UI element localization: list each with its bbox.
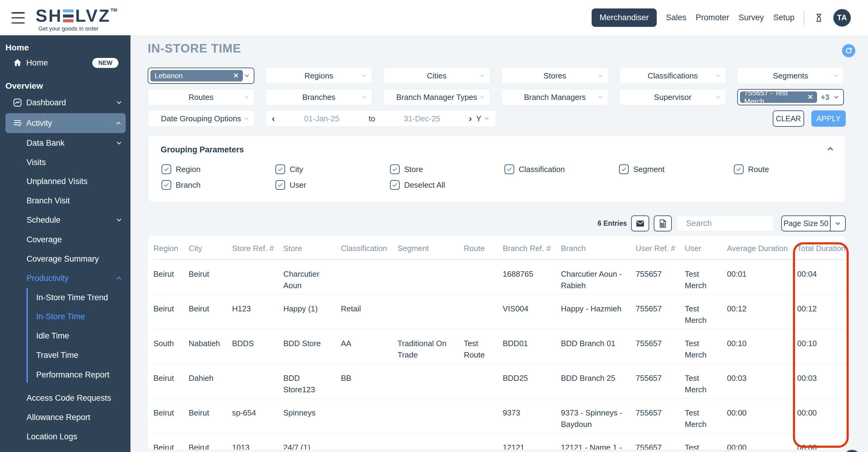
checkbox-city[interactable]: City (276, 165, 303, 174)
collapse-panel-button[interactable] (826, 144, 835, 153)
refresh-button[interactable] (842, 44, 855, 57)
filter-select-routes[interactable]: Routes (148, 89, 254, 105)
checkbox-box[interactable] (619, 165, 629, 174)
sidebar-item-visits[interactable]: Visits (0, 156, 130, 169)
column-header-city[interactable]: City (189, 236, 232, 259)
checkbox-classification[interactable]: Classification (504, 165, 565, 174)
column-header-segment[interactable]: Segment (398, 236, 464, 259)
sidebar-item-productivity[interactable]: Productivity (0, 272, 130, 285)
filter-select-branch-manager-types[interactable]: Branch Manager Types (383, 89, 490, 105)
sidebar-item-home[interactable]: HomeNEW (0, 56, 130, 69)
filter-select-branch-managers[interactable]: Branch Managers (501, 89, 608, 105)
date-mode-select[interactable]: Y (476, 114, 481, 123)
sidebar-item-travel-time[interactable]: Travel Time (0, 348, 130, 362)
sidebar-item-performance-report[interactable]: Performance Report (0, 368, 130, 382)
sidebar-item-data-bank[interactable]: Data Bank (0, 136, 130, 150)
column-header-user[interactable]: User (685, 236, 727, 259)
sidebar-item-schedule[interactable]: Schedule (0, 213, 130, 227)
top-nav: MerchandiserSalesPromoterSurveySetupTA (592, 0, 851, 35)
column-header-branch-ref[interactable]: Branch Ref. # (503, 236, 561, 259)
column-header-user-ref[interactable]: User Ref. # (636, 236, 685, 259)
checkbox-region[interactable]: Region (161, 165, 200, 174)
checkbox-box[interactable] (734, 165, 744, 174)
sidebar-item-unplanned-visits[interactable]: Unplanned Visits (0, 175, 130, 188)
nav-setup[interactable]: Setup (773, 13, 795, 22)
chip-close-icon[interactable]: ✕ (807, 93, 813, 101)
cell-total-duration: 00:10 (797, 329, 845, 364)
nav-survey[interactable]: Survey (738, 13, 764, 22)
column-header-classification[interactable]: Classification (341, 236, 398, 259)
filter-select-stores[interactable]: Stores (501, 67, 608, 84)
sidebar-item-access-code-requests[interactable]: Access Code Requests (0, 391, 130, 405)
sidebar-item-coverage-summary[interactable]: Coverage Summary (0, 252, 130, 265)
date-range-picker[interactable]: ‹ 01-Jan-25 to 31-Dec-25 › Y (266, 110, 496, 127)
column-header-route[interactable]: Route (464, 236, 503, 259)
more-chips-count[interactable]: +3 (821, 93, 830, 102)
filter-select-regions[interactable]: Regions (266, 67, 372, 84)
sidebar-item-location-logs[interactable]: Location Logs (0, 430, 130, 443)
filter-select-cities[interactable]: Cities (383, 67, 490, 84)
cell-segment: Traditional On Trade (398, 329, 464, 364)
filter-select-supervisor[interactable]: Supervisor (619, 89, 726, 105)
filter-multiselect-lebanon[interactable]: Lebanon✕ (148, 67, 254, 84)
cell-region: Beirut (153, 364, 189, 399)
chip-close-icon[interactable]: ✕ (233, 72, 239, 80)
clear-button[interactable]: CLEAR (773, 110, 804, 127)
filter-select-branches[interactable]: Branches (266, 89, 372, 105)
date-next-icon[interactable]: › (469, 114, 472, 123)
checkbox-box[interactable] (276, 165, 285, 174)
checkbox-branch[interactable]: Branch (161, 180, 200, 190)
filter-select-classifications[interactable]: Classifications (619, 67, 726, 84)
checkbox-user[interactable]: User (276, 180, 306, 190)
sidebar-item-idle-time[interactable]: Idle Time (0, 329, 130, 342)
sidebar-item-branch-visit[interactable]: Branch Visit (0, 194, 130, 207)
column-header-region[interactable]: Region (153, 236, 189, 259)
column-header-total-duration[interactable]: Total Duration (797, 236, 845, 259)
checkbox-box[interactable] (161, 165, 171, 174)
apply-button[interactable]: APPLY (811, 110, 846, 127)
table-header-row: RegionCityStore Ref. #StoreClassificatio… (153, 236, 845, 259)
checkbox-box[interactable] (390, 180, 400, 190)
filter-multiselect-755657-test-merch[interactable]: 755657 - Test Merch✕+3 (737, 89, 844, 105)
sidebar-item-label: Home (5, 43, 29, 53)
sidebar-item-coverage[interactable]: Coverage (0, 233, 130, 246)
checkbox-route[interactable]: Route (734, 165, 769, 174)
hourglass-icon[interactable] (814, 13, 824, 23)
column-header-branch[interactable]: Branch (561, 236, 636, 259)
excel-export-button[interactable] (654, 216, 672, 231)
column-header-store[interactable]: Store (283, 236, 341, 259)
checkbox-box[interactable] (504, 165, 514, 174)
date-to-value[interactable]: 31-Dec-25 (375, 114, 469, 123)
sidebar-item-in-store-time[interactable]: In-Store Time (0, 310, 130, 323)
sidebar-item-dashboard[interactable]: Dashboard (0, 96, 130, 109)
checkbox-label: Store (404, 165, 423, 174)
nav-sales[interactable]: Sales (666, 13, 687, 22)
cell-branch-ref: BDD01 (503, 329, 561, 364)
filter-select-date-grouping-options[interactable]: Date Grouping Options (148, 110, 254, 127)
sidebar-item-activity[interactable]: Activity (5, 113, 126, 133)
nav-promoter[interactable]: Promoter (695, 13, 729, 22)
filter-select-segments[interactable]: Segments (737, 67, 844, 84)
avatar[interactable]: TA (833, 9, 851, 27)
email-export-button[interactable] (631, 216, 649, 231)
date-prev-icon[interactable]: ‹ (272, 114, 275, 123)
sidebar-item-allowance-report[interactable]: Allowance Report (0, 411, 130, 424)
sidebar-item-label: In-Store Time (36, 312, 85, 321)
page-size-select[interactable]: Page Size 50 (781, 216, 846, 231)
cell-classification: AA (341, 329, 398, 364)
sidebar-item-in-store-time-trend[interactable]: In-Store Time Trend (0, 291, 130, 304)
hamburger-menu-icon[interactable] (11, 12, 25, 24)
date-from-value[interactable]: 01-Jan-25 (275, 114, 369, 123)
nav-merchandiser[interactable]: Merchandiser (592, 8, 657, 27)
column-header-store-ref[interactable]: Store Ref. # (232, 236, 283, 259)
checkbox-segment[interactable]: Segment (619, 165, 664, 174)
column-header-average-duration[interactable]: Average Duration (727, 236, 797, 259)
search-input[interactable] (686, 219, 793, 228)
cell-classification (341, 433, 398, 450)
checkbox-box[interactable] (161, 180, 171, 190)
checkbox-deselect-all[interactable]: Deselect All (390, 180, 445, 190)
checkbox-store[interactable]: Store (390, 165, 423, 174)
checkbox-box[interactable] (390, 165, 400, 174)
scroll-fab-button[interactable] (843, 450, 861, 452)
checkbox-box[interactable] (276, 180, 285, 190)
